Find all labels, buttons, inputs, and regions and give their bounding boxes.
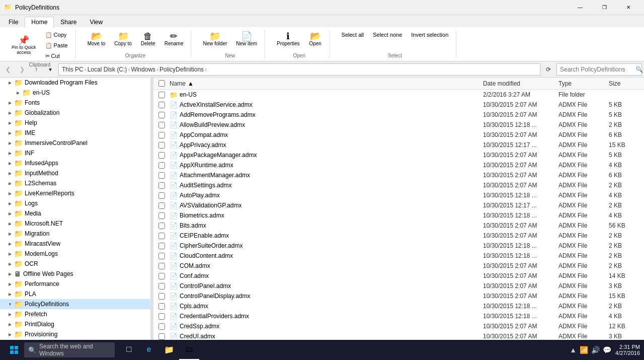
row-checkbox[interactable] (158, 92, 165, 98)
row-check[interactable] (155, 273, 168, 279)
tree-expand-icon[interactable]: ▼ (6, 300, 14, 308)
row-check[interactable] (155, 132, 168, 138)
sidebar-item[interactable]: ▼ 📁 PolicyDefinitions (0, 299, 150, 309)
sidebar-item[interactable]: ▶ 📁 InputMethod (0, 168, 150, 178)
sidebar-item[interactable]: ▶ 📁 Help (0, 118, 150, 128)
row-checkbox[interactable] (158, 223, 165, 229)
tree-expand-icon[interactable]: ▶ (6, 109, 14, 117)
properties-button[interactable]: ℹ Properties (273, 30, 303, 48)
row-check[interactable] (155, 112, 168, 118)
row-checkbox[interactable] (158, 283, 165, 290)
invert-selection-button[interactable]: Invert selection (408, 30, 452, 39)
row-checkbox[interactable] (158, 182, 165, 189)
row-check[interactable] (155, 243, 168, 249)
edge-button[interactable]: e (139, 340, 159, 360)
row-checkbox[interactable] (158, 233, 165, 239)
row-checkbox[interactable] (158, 303, 165, 310)
file-row[interactable]: 📄 CEIPEnable.admx 10/30/2015 2:07 AM ADM… (153, 231, 644, 241)
file-row[interactable]: 📄 AttachmentManager.admx 10/30/2015 2:07… (153, 170, 644, 180)
back-button[interactable]: ❮ (2, 63, 14, 76)
tree-expand-icon[interactable]: ▶ (6, 189, 14, 197)
file-row[interactable]: 📄 COM.admx 10/30/2015 2:07 AM ADMX File … (153, 261, 644, 271)
file-row[interactable]: 📄 AddRemovePrograms.admx 10/30/2015 2:07… (153, 110, 644, 120)
select-all-checkbox[interactable] (158, 80, 165, 87)
row-checkbox[interactable] (158, 323, 165, 330)
sidebar-item[interactable]: ▶ 📁 Globalization (0, 108, 150, 118)
file-row[interactable]: 📄 Biometrics.admx 10/30/2015 12:18 ... A… (153, 210, 644, 221)
tree-expand-icon[interactable]: ▶ (6, 169, 14, 177)
row-check[interactable] (155, 142, 168, 149)
tree-expand-icon[interactable]: ▶ (6, 209, 14, 218)
recent-locations-button[interactable]: ▾ (44, 63, 56, 76)
select-all-button[interactable]: Select all (338, 30, 368, 39)
tree-expand-icon[interactable]: ▶ (6, 240, 14, 248)
row-checkbox[interactable] (158, 263, 165, 269)
file-row[interactable]: 📄 ControlPanelDisplay.admx 10/30/2015 2:… (153, 291, 644, 301)
tree-expand-icon[interactable]: ▶ (14, 89, 22, 97)
tree-expand-icon[interactable]: ▶ (6, 139, 14, 147)
row-checkbox[interactable] (158, 122, 165, 128)
row-check[interactable] (155, 202, 168, 209)
row-checkbox[interactable] (158, 132, 165, 138)
column-date[interactable]: Date modified (481, 80, 556, 87)
sidebar-item[interactable]: ▶ 📁 Prefetch (0, 309, 150, 319)
taskbar-search[interactable]: 🔍 Search the web and Windows (24, 342, 115, 357)
tree-expand-icon[interactable]: ▶ (6, 310, 14, 318)
tree-expand-icon[interactable]: ▶ (6, 159, 14, 167)
tree-expand-icon[interactable]: ▶ (6, 79, 14, 87)
file-row[interactable]: 📄 AllowBuildPreview.admx 10/30/2015 12:1… (153, 120, 644, 130)
file-row[interactable]: 📄 Conf.admx 10/30/2015 2:07 AM ADMX File… (153, 271, 644, 281)
tree-expand-icon[interactable]: ▶ (6, 320, 14, 328)
row-check[interactable] (155, 192, 168, 199)
sidebar-item[interactable]: ▶ 📁 Microsoft.NET (0, 219, 150, 229)
sidebar-item[interactable]: ▶ 📁 ImmersiveControlPanel (0, 138, 150, 148)
tree-expand-icon[interactable]: ▶ (6, 179, 14, 187)
move-to-button[interactable]: 📂 Move to (84, 30, 109, 48)
taskbar-clock[interactable]: 2:31 PM 4/27/2016 (615, 344, 640, 356)
task-view-button[interactable]: ☐ (119, 340, 139, 360)
sidebar-item[interactable]: ▶ 📁 Provisioning (0, 329, 150, 339)
volume-icon[interactable]: 🔊 (591, 346, 600, 354)
tree-expand-icon[interactable]: ▶ (6, 99, 14, 107)
sidebar-item[interactable]: ▶ 📁 Media (0, 208, 150, 219)
tree-expand-icon[interactable]: ▶ (6, 199, 14, 207)
sidebar-item[interactable]: ▶ 📁 Migration (0, 229, 150, 239)
tab-file[interactable]: File (2, 16, 25, 27)
file-row[interactable]: 📄 ActiveXInstallService.admx 10/30/2015 … (153, 100, 644, 110)
file-row[interactable]: 📄 AppPrivacy.admx 10/30/2015 12:17 ... A… (153, 140, 644, 150)
row-checkbox[interactable] (158, 253, 165, 259)
row-check[interactable] (155, 263, 168, 269)
file-row[interactable]: 📄 Cpls.admx 10/30/2015 12:18 ... ADMX Fi… (153, 301, 644, 311)
delete-button[interactable]: 🗑 Delete (137, 30, 159, 48)
row-checkbox[interactable] (158, 162, 165, 169)
file-row[interactable]: 📄 ControlPanel.admx 10/30/2015 2:07 AM A… (153, 281, 644, 291)
sidebar-item[interactable]: ▶ 📁 LiveKernelReports (0, 188, 150, 198)
paste-button[interactable]: 📋 Paste (42, 41, 71, 50)
row-check[interactable] (155, 333, 168, 340)
row-check[interactable] (155, 182, 168, 189)
sidebar-item[interactable]: ▶ 📁 IME (0, 128, 150, 138)
row-checkbox[interactable] (158, 212, 165, 219)
explorer-button[interactable]: 📁 (159, 340, 179, 360)
row-checkbox[interactable] (158, 202, 165, 209)
minimize-button[interactable]: — (569, 0, 592, 15)
row-checkbox[interactable] (158, 192, 165, 199)
row-check[interactable] (155, 303, 168, 310)
tree-expand-icon[interactable]: ▶ (6, 290, 14, 298)
row-checkbox[interactable] (158, 333, 165, 340)
file-row[interactable]: 📄 AppxPackageManager.admx 10/30/2015 2:0… (153, 150, 644, 160)
pin-to-quick-access-button[interactable]: 📌 Pin to Quickaccess (8, 34, 40, 56)
notification-icon[interactable]: 💬 (603, 346, 611, 354)
copy-button[interactable]: 📋 Copy (42, 30, 71, 40)
column-name[interactable]: Name ▲ (168, 80, 481, 87)
new-item-button[interactable]: 📄 New item (232, 30, 261, 48)
file-row[interactable]: 📁 en-US 2/2/2016 3:27 AM File folder (153, 90, 644, 100)
maximize-button[interactable]: ❐ (593, 0, 616, 15)
sidebar-item[interactable]: ▶ 📁 MiracastView (0, 239, 150, 249)
up-button[interactable]: ↑ (30, 63, 42, 76)
row-check[interactable] (155, 313, 168, 320)
column-type[interactable]: Type (556, 80, 607, 87)
row-check[interactable] (155, 212, 168, 219)
sidebar-item[interactable]: ▶ 📁 en-US (0, 88, 150, 98)
tree-expand-icon[interactable]: ▶ (6, 129, 14, 137)
